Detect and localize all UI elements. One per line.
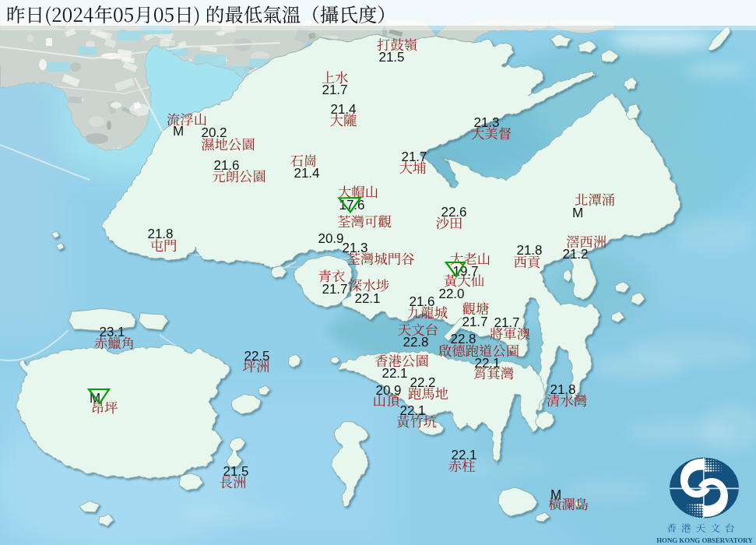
svg-text:M: M	[572, 206, 583, 220]
svg-text:21.4: 21.4	[330, 102, 356, 117]
svg-text:21.6: 21.6	[213, 158, 239, 173]
svg-text:21.4: 21.4	[294, 166, 319, 181]
svg-text:22.6: 22.6	[441, 205, 466, 220]
svg-text:20.2: 20.2	[201, 125, 227, 140]
svg-text:21.2: 21.2	[562, 247, 588, 262]
svg-text:21.5: 21.5	[223, 464, 248, 479]
svg-text:22.1: 22.1	[399, 403, 425, 418]
svg-text:21.5: 21.5	[378, 50, 404, 65]
svg-text:HONG KONG OBSERVATORY: HONG KONG OBSERVATORY	[656, 536, 753, 544]
svg-text:22.8: 22.8	[403, 335, 428, 350]
svg-text:22.0: 22.0	[438, 287, 464, 301]
svg-text:21.6: 21.6	[409, 294, 434, 309]
svg-text:22.1: 22.1	[354, 291, 380, 306]
svg-text:20.9: 20.9	[318, 231, 343, 246]
svg-text:M: M	[173, 124, 184, 139]
svg-text:21.7: 21.7	[401, 149, 427, 164]
svg-text:20.9: 20.9	[375, 383, 401, 398]
svg-text:22.5: 22.5	[244, 349, 269, 364]
svg-text:21.8: 21.8	[550, 382, 575, 397]
svg-text:21.3: 21.3	[473, 115, 499, 130]
svg-text:22.1: 22.1	[382, 366, 407, 381]
svg-text:21.8: 21.8	[147, 227, 173, 241]
svg-text:21.7: 21.7	[494, 315, 519, 330]
svg-text:21.7: 21.7	[322, 83, 347, 97]
svg-text:21.7: 21.7	[462, 315, 487, 329]
svg-text:22.1: 22.1	[474, 356, 500, 371]
svg-text:M: M	[550, 487, 561, 502]
svg-text:22.8: 22.8	[450, 332, 476, 346]
svg-text:22.2: 22.2	[410, 375, 435, 390]
svg-text:21.3: 21.3	[342, 241, 367, 255]
svg-text:21.8: 21.8	[516, 243, 542, 258]
svg-text:21.7: 21.7	[322, 282, 347, 297]
svg-text:22.1: 22.1	[451, 448, 476, 462]
svg-text:23.1: 23.1	[99, 325, 125, 339]
